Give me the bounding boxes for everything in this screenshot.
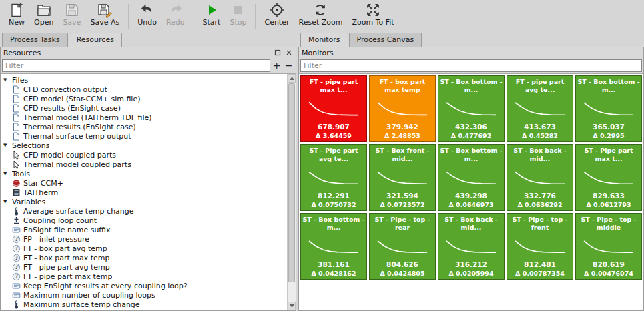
tree-item-label: FT - box part max temp [23,254,110,262]
resources-filter-input[interactable] [2,59,270,72]
monitor-value: 439.298 [455,192,487,200]
new-icon [9,2,25,18]
monitor-delta: Δ 0.0612793 [586,201,631,208]
tree-item-maximum-surface-temp-change[interactable]: Maximum surface temp change [1,300,287,309]
tree-section-selections[interactable]: ▼Selections [1,141,287,150]
monitor-delta: Δ 0.0428162 [311,270,356,277]
tree-item-thermal-results-ensight-case[interactable]: Thermal results (EnSight case) [1,122,287,131]
resources-panel: Resources + − ▼FilesCFD convection outpu… [0,47,296,311]
remove-resource-button[interactable]: − [283,59,294,72]
monitor-tile-st-pipe-part-max-t[interactable]: ST - Pipe part max t...829.633Δ 0.061279… [575,144,642,211]
toolbar-button-zoom-to-fit[interactable]: Zoom To Fit [347,1,398,32]
toolbar-button-undo[interactable]: Undo [133,1,162,32]
toolbar-button-label: Center [264,18,289,27]
monitor-tile-st-box-back-mid[interactable]: ST - Box back - mid...316.212Δ 0.0205994 [438,213,505,280]
monitor-tile-st-box-bottom-m[interactable]: ST - Box bottom - m...439.298Δ 0.0646973 [438,144,505,211]
tab-monitors[interactable]: Monitors [300,33,348,47]
tree-item-coupling-loop-count[interactable]: Coupling loop count [1,216,287,225]
monitor-tile-ft-pipe-part-max-t[interactable]: FT - pipe part max t...678.907Δ 3.64459 [300,75,367,142]
tree-item-cfd-model-coupled-parts[interactable]: CFD model coupled parts [1,150,287,160]
monitor-value: 321.594 [386,192,418,200]
monitor-tile-st-pipe-top-rear[interactable]: ST - Pipe - top - rear804.626Δ 0.0424805 [369,213,436,280]
tree-section-tools[interactable]: ▼Tools [1,169,287,178]
sparkline-chart [308,164,360,192]
monitor-tile-st-pipe-top-middle[interactable]: ST - Pipe - top - middle820.619Δ 0.00476… [575,213,642,280]
chevron-down-icon[interactable]: ▼ [3,143,9,148]
monitor-tile-st-box-bottom-m[interactable]: ST - Box bottom - m...365.037Δ 0.2995 [575,75,642,142]
tab-process-tasks[interactable]: Process Tasks [2,33,68,47]
monitors-header-title: Monitors [302,49,641,57]
tree-item-thermal-surface-temp-output[interactable]: Thermal surface temp output [1,131,287,141]
scroll-down-icon[interactable] [288,302,296,310]
chevron-down-icon[interactable]: ▼ [3,77,9,83]
tree-item-keep-ensight-results-at-every-coupling-loop[interactable]: Keep EnSight results at every coupling l… [1,281,287,290]
chevron-down-icon[interactable]: ▼ [3,171,9,176]
cursor-icon [12,151,21,160]
undo-icon [139,2,155,18]
tab-resources[interactable]: Resources [69,33,122,47]
sparkline-chart [376,164,428,192]
tree-item-taitherm[interactable]: TAITherm [1,188,287,197]
tree-item-item[interactable] [1,309,287,310]
toolbar-button-save-as[interactable]: Save As [85,1,124,32]
tree-item-label: FT - pipe part avg temp [23,263,110,272]
taitherm-icon [12,188,21,197]
tree-item-ensight-file-name-suffix[interactable]: EnSight file name suffix [1,225,287,234]
tree-item-maximum-number-of-coupling-loops[interactable]: Maximum number of coupling loops [1,290,287,300]
monitor-title: ST - Box bottom - m... [440,147,503,164]
toolbar-button-open[interactable]: Open [29,1,58,32]
tree-item-fp-inlet-pressure[interactable]: fFP - inlet pressure [1,234,287,244]
chevron-down-icon[interactable]: ▼ [3,199,9,204]
tree-item-thermal-model-taitherm-tdf-file[interactable]: Thermal model (TAITherm TDF file) [1,113,287,122]
toolbar-button-center[interactable]: Center [260,1,294,32]
start-icon [204,2,220,18]
tree-item-ft-box-part-avg-temp[interactable]: fFT - box part avg temp [1,244,287,253]
monitor-title: FT - pipe part avg te... [509,78,571,95]
tree-item-thermal-model-coupled-parts[interactable]: Thermal model coupled parts [1,160,287,169]
toolbar-button-start[interactable]: Start [198,1,226,32]
monitor-tile-st-box-bottom-m[interactable]: ST - Box bottom - m...432.306Δ 0.477692 [438,75,505,142]
monitor-delta: Δ 0.0723572 [380,201,424,208]
tree-item-cfd-model-star-ccm-sim-file[interactable]: CFD model (Star-CCM+ sim file) [1,94,287,103]
monitor-tile-st-pipe-part-avg-te[interactable]: ST - Pipe part avg te...812.291Δ 0.07507… [300,144,367,211]
tree-item-label: Thermal surface temp output [23,132,131,141]
monitors-filter-input[interactable] [300,59,642,72]
monitor-tile-st-box-front-mid[interactable]: ST - Box front - mid...321.594Δ 0.072357… [369,144,436,211]
toolbar-button-label: New [9,18,25,27]
monitor-tile-st-box-back-mid[interactable]: ST - Box back - mid...332.776Δ 0.0636292 [507,144,573,211]
scroll-up-icon[interactable] [288,74,296,83]
tree-item-label: Maximum number of coupling loops [23,291,155,300]
monitor-tile-st-box-bottom-m[interactable]: ST - Box bottom - m...381.161Δ 0.0428162 [300,213,367,280]
sparkline-chart [308,232,360,260]
monitor-tile-ft-box-part-max-temp[interactable]: FT - box part max temp379.942Δ 2.48853 [369,75,436,142]
tree-item-cfd-convection-output[interactable]: CFD convection output [1,85,287,94]
toolbar-button-save: Save [58,1,85,32]
float-icon[interactable] [274,49,282,57]
toolbar-button-reset-zoom[interactable]: Reset Zoom [294,1,347,32]
tree-item-star-ccm[interactable]: Star-CCM+ [1,178,287,188]
sparkline-chart [445,95,497,123]
resources-tree: ▼FilesCFD convection outputCFD model (St… [1,74,287,310]
tree-section-variables[interactable]: ▼Variables [1,197,287,206]
tree-item-ft-pipe-part-max-temp[interactable]: fFT - pipe part max temp [1,272,287,281]
monitor-title: ST - Box bottom - m... [577,78,640,95]
tree-item-ft-pipe-part-avg-temp[interactable]: fFT - pipe part avg temp [1,262,287,272]
add-resource-button[interactable]: + [271,59,282,72]
tree-section-label: Tools [12,170,30,178]
monitor-value: 829.633 [593,192,625,200]
tab-process-canvas[interactable]: Process Canvas [349,33,422,47]
tree-section-label: Variables [12,198,45,206]
tree-item-ft-box-part-max-temp[interactable]: fFT - box part max temp [1,253,287,262]
tree-section-files[interactable]: ▼Files [1,75,287,85]
monitor-tile-ft-pipe-part-avg-te[interactable]: FT - pipe part avg te...413.673Δ 0.45282 [507,75,573,142]
tree-scrollbar[interactable] [287,74,296,310]
tree-item-label: Thermal model (TAITherm TDF file) [23,113,152,122]
scrollbar-thumb[interactable] [288,83,295,282]
monitor-tile-st-pipe-top-front[interactable]: ST - Pipe - top - front812.481Δ 0.007873… [507,213,573,280]
close-icon[interactable] [285,49,293,57]
scrollbar-track[interactable] [288,83,296,302]
tree-item-average-surface-temp-change[interactable]: Average surface temp change [1,206,287,216]
toolbar-button-new[interactable]: New [4,1,29,32]
fx-icon: f [12,254,21,262]
tree-item-cfd-results-ensight-case[interactable]: CFD results (EnSight case) [1,103,287,113]
